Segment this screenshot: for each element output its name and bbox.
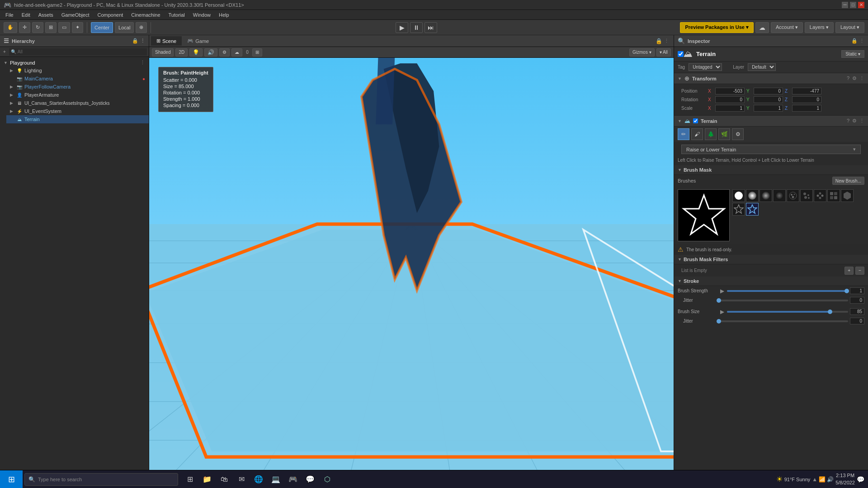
- menu-help[interactable]: Help: [215, 11, 233, 19]
- scale-tool-button[interactable]: ⊞: [45, 22, 57, 33]
- notification-center-icon[interactable]: 💬: [857, 476, 864, 483]
- brush-size-value[interactable]: [850, 308, 864, 315]
- brush-circle-soft[interactable]: [746, 189, 759, 202]
- scene-view[interactable]: x y z ← Persp Brush: PaintHeight Scatter…: [149, 58, 674, 474]
- menu-window[interactable]: Window: [189, 11, 214, 19]
- hand-tool-button[interactable]: ✋: [4, 22, 17, 33]
- new-brush-button[interactable]: New Brush...: [832, 177, 864, 185]
- brush-star-selected[interactable]: [746, 203, 759, 216]
- hier-item-lighting[interactable]: ▶ 💡 Lighting: [6, 66, 149, 75]
- brush-circle-softer[interactable]: [760, 189, 772, 202]
- pos-x-input[interactable]: [715, 88, 745, 94]
- transform-help-icon[interactable]: ?: [847, 75, 849, 81]
- jitter2-thumb[interactable]: [717, 319, 721, 324]
- taskbar-icon-view[interactable]: ⊞: [182, 471, 198, 488]
- jitter1-slider[interactable]: [720, 300, 848, 301]
- brush-strength-slider[interactable]: [727, 290, 848, 292]
- taskbar-icon-pycharm[interactable]: 💻: [268, 471, 284, 488]
- menu-edit[interactable]: Edit: [18, 11, 34, 19]
- transform-menu-icon[interactable]: ⋮: [859, 75, 864, 81]
- taskbar-icon-explorer[interactable]: 📁: [199, 471, 215, 488]
- hier-item-followcamera[interactable]: ▶ 📷 PlayerFollowCamera: [6, 83, 149, 91]
- volume-icon[interactable]: 🔊: [827, 476, 834, 483]
- terrain-settings-tool[interactable]: ⚙: [732, 128, 744, 140]
- hier-item-maincamera[interactable]: 📷 MainCamera ●: [6, 75, 149, 83]
- taskbar-icon-chrome[interactable]: 🌐: [250, 471, 267, 488]
- play-button[interactable]: ▶: [396, 22, 408, 33]
- scale-z-input[interactable]: [792, 105, 821, 112]
- jitter2-value[interactable]: [850, 318, 864, 324]
- step-button[interactable]: ⏭: [425, 22, 437, 33]
- pause-button[interactable]: ⏸: [410, 22, 423, 33]
- layer-select[interactable]: Default: [748, 63, 776, 71]
- menu-gameobject[interactable]: GameObject: [58, 11, 93, 19]
- all-layers-button[interactable]: ▾ All: [656, 48, 671, 56]
- hier-item-terrain[interactable]: ⛰ Terrain: [6, 115, 149, 123]
- hier-item-uicanvas[interactable]: ▶ 🖥 UI_Canvas_StarterAssetsInputs_Joysti…: [6, 99, 149, 107]
- brush-mask-section-header[interactable]: ▼ Brush Mask: [674, 165, 868, 175]
- hier-item-playerarmature[interactable]: ▶ 👤 PlayerArmature: [6, 91, 149, 99]
- terrain-active-checkbox[interactable]: [678, 51, 684, 57]
- brush-noise3[interactable]: [814, 189, 826, 202]
- center-button[interactable]: Center: [91, 22, 113, 33]
- collab-button[interactable]: ☁: [755, 22, 769, 33]
- system-clock[interactable]: 2:13 PM 5/8/2022: [835, 472, 855, 486]
- brush-filter-section-header[interactable]: ▼ Brush Mask Filters: [674, 255, 868, 264]
- brush-circle-full[interactable]: [732, 189, 745, 202]
- brush-noise1[interactable]: [787, 189, 799, 202]
- terrain-comp-checkbox[interactable]: [693, 118, 698, 123]
- static-button[interactable]: Static ▾: [841, 50, 864, 58]
- layers-button[interactable]: Layers ▾: [805, 22, 834, 33]
- layout-button[interactable]: Layout ▾: [835, 22, 864, 33]
- hier-item-menu[interactable]: ⋮: [140, 60, 145, 66]
- add-hierarchy-button[interactable]: +: [2, 49, 7, 55]
- place-trees-tool[interactable]: 🌲: [705, 128, 717, 140]
- scene-fx-button[interactable]: ⚙: [219, 48, 230, 56]
- grid-button[interactable]: ⊞: [252, 48, 262, 56]
- brush-strength-thumb[interactable]: [844, 289, 849, 293]
- taskbar-icon-unitylaunch[interactable]: ⬡: [319, 471, 335, 488]
- gizmos-button[interactable]: Gizmos ▾: [629, 48, 655, 56]
- scale-y-input[interactable]: [754, 105, 783, 112]
- pos-z-input[interactable]: [792, 88, 821, 94]
- custom-tool-button[interactable]: ⊕: [136, 22, 147, 33]
- move-tool-button[interactable]: ✛: [19, 22, 30, 33]
- rot-z-input[interactable]: [792, 96, 821, 103]
- brush-noise4[interactable]: [827, 189, 840, 202]
- brush-circle-faint[interactable]: [773, 189, 786, 202]
- brush-strength-value[interactable]: [850, 287, 864, 294]
- scale-x-input[interactable]: [715, 105, 745, 112]
- menu-component[interactable]: Component: [94, 11, 127, 19]
- maximize-button[interactable]: □: [850, 2, 856, 8]
- paint-texture-tool[interactable]: 🖌: [691, 128, 703, 140]
- raise-lower-button[interactable]: Raise or Lower Terrain ▾: [681, 145, 861, 154]
- game-tab[interactable]: 🎮 Game: [182, 36, 214, 46]
- 2d-mode-button[interactable]: 2D: [175, 48, 188, 56]
- tag-select[interactable]: Untagged: [689, 63, 722, 71]
- terrain-comp-menu-icon[interactable]: ⋮: [859, 118, 864, 124]
- network-icon[interactable]: 📶: [819, 476, 826, 483]
- minimize-button[interactable]: ─: [842, 2, 848, 8]
- local-button[interactable]: Local: [115, 22, 134, 33]
- hier-item-playground[interactable]: ▼ Playground ⋮: [0, 59, 149, 66]
- taskbar-icon-discord[interactable]: 💬: [302, 471, 318, 488]
- stroke-section-header[interactable]: ▼ Stroke: [674, 277, 868, 286]
- taskbar-icon-mail[interactable]: ✉: [233, 471, 250, 488]
- transform-settings-icon[interactable]: ⚙: [852, 75, 857, 81]
- pos-y-input[interactable]: [754, 88, 783, 94]
- scene-audio-button[interactable]: 🔊: [204, 48, 217, 56]
- hier-item-uieventsystem[interactable]: ▶ ⚡ UI_EventSystem: [6, 107, 149, 115]
- brush-noise2[interactable]: [800, 189, 813, 202]
- terrain-component-header[interactable]: ▼ ⛰ Terrain ? ⚙ ⋮: [674, 116, 868, 127]
- brush-size-thumb[interactable]: [828, 310, 832, 314]
- filter-add-button[interactable]: +: [844, 267, 854, 275]
- brush-hex[interactable]: [841, 189, 854, 202]
- taskbar-search[interactable]: 🔍 Type here to search: [24, 473, 178, 486]
- taskbar-icon-unity[interactable]: 🎮: [285, 471, 301, 488]
- preview-packages-button[interactable]: Preview Packages in Use ▾: [680, 22, 754, 33]
- menu-file[interactable]: File: [2, 11, 17, 19]
- rot-y-input[interactable]: [754, 96, 783, 103]
- close-button[interactable]: ✕: [858, 2, 864, 8]
- scene-lighting-button[interactable]: 💡: [189, 48, 203, 56]
- rect-tool-button[interactable]: ▭: [58, 22, 70, 33]
